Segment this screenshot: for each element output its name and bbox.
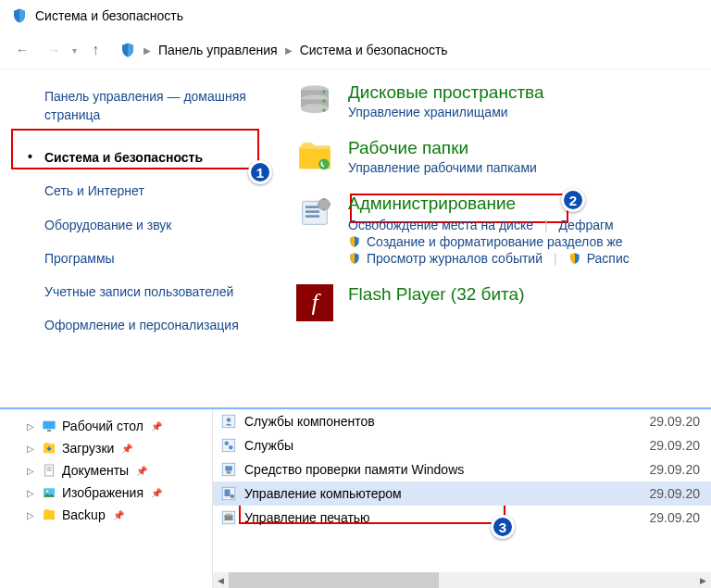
- pin-icon: 📌: [121, 444, 132, 454]
- expand-icon[interactable]: ▷: [27, 488, 34, 498]
- up-button[interactable]: ↑: [82, 37, 108, 63]
- file-row[interactable]: Службы 29.09.20: [213, 433, 711, 457]
- shortcut-icon: [220, 485, 237, 502]
- expand-icon[interactable]: ▷: [27, 444, 34, 454]
- svg-point-13: [318, 198, 330, 210]
- group-title[interactable]: Рабочие папки: [348, 138, 711, 158]
- breadcrumb: ▶ Панель управления ▶ Система и безопасн…: [114, 42, 448, 58]
- documents-icon: [42, 463, 56, 478]
- annotation-badge-3: 3: [491, 515, 515, 539]
- tree-item-backup[interactable]: ▷ Backup📌: [42, 504, 212, 526]
- horizontal-scrollbar[interactable]: ◀ ▶: [213, 572, 711, 588]
- expand-icon[interactable]: ▷: [27, 510, 34, 520]
- breadcrumb-item[interactable]: Панель управления: [158, 43, 278, 57]
- svg-rect-34: [226, 514, 231, 516]
- admin-tools-icon: [296, 194, 333, 231]
- group-flash-player: f Flash Player (32 бита): [296, 284, 711, 321]
- scroll-left-button[interactable]: ◀: [213, 572, 229, 588]
- window-title: Система и безопасность: [35, 8, 183, 23]
- scroll-track[interactable]: [229, 572, 695, 588]
- category-sidebar: Панель управления — домашняя страница Си…: [0, 69, 278, 407]
- svg-rect-30: [225, 490, 231, 497]
- svg-point-5: [322, 90, 325, 93]
- back-button[interactable]: ←: [9, 37, 35, 63]
- category-list: Система и безопасность Сеть и Интернет О…: [0, 141, 278, 342]
- admin-link-schedule[interactable]: Распис: [587, 251, 630, 266]
- tree-item-documents[interactable]: ▷ Документы📌: [42, 459, 212, 482]
- svg-point-8: [318, 159, 330, 170]
- sidebar-item-system-security[interactable]: Система и безопасность: [0, 141, 278, 174]
- file-date: 29.09.20: [650, 510, 705, 525]
- tree-label: Backup: [62, 507, 106, 522]
- group-sublink[interactable]: Управление рабочими папками: [348, 160, 711, 175]
- group-sublink[interactable]: Управление хранилищами: [348, 105, 711, 119]
- tree-item-downloads[interactable]: ▷ Загрузки📌: [42, 437, 212, 459]
- scroll-right-button[interactable]: ▶: [695, 572, 711, 588]
- svg-rect-15: [47, 430, 51, 432]
- file-row[interactable]: Управление печатью 29.09.20: [213, 506, 711, 530]
- svg-rect-17: [46, 468, 51, 469]
- file-row[interactable]: Средство проверки памяти Windows 29.09.2…: [213, 457, 711, 482]
- scroll-thumb[interactable]: [229, 572, 439, 588]
- svg-rect-14: [43, 421, 55, 430]
- downloads-icon: [42, 441, 56, 456]
- file-name: Управление печатью: [244, 510, 642, 525]
- content-area: 1 2 Панель управления — домашняя страниц…: [0, 69, 711, 407]
- pin-icon: 📌: [136, 466, 147, 476]
- expand-icon[interactable]: ▷: [27, 466, 34, 476]
- admin-link-disk-cleanup[interactable]: Освобождение места на диске: [348, 218, 533, 232]
- file-row-computer-management[interactable]: Управление компьютером 29.09.20: [213, 482, 711, 506]
- shortcut-icon: [220, 413, 237, 430]
- admin-link-events[interactable]: Просмотр журналов событий: [367, 251, 543, 266]
- tree-item-pictures[interactable]: ▷ Изображения📌: [42, 482, 212, 504]
- group-title[interactable]: Дисковые пространства: [348, 82, 711, 103]
- svg-rect-12: [306, 215, 319, 218]
- expand-icon[interactable]: ▷: [27, 421, 34, 432]
- tree-label: Изображения: [62, 485, 143, 500]
- admin-link-partitions[interactable]: Создание и форматирование разделов же: [367, 234, 623, 249]
- svg-point-25: [229, 445, 233, 450]
- file-date: 29.09.20: [650, 414, 705, 429]
- separator: |: [539, 218, 554, 232]
- folder-tree: ▷ Рабочий стол📌 ▷ Загрузки📌 ▷ Документы📌…: [0, 409, 213, 588]
- file-row[interactable]: Службы компонентов 29.09.20: [213, 409, 711, 433]
- forward-button[interactable]: →: [41, 37, 67, 63]
- sidebar-item-appearance[interactable]: Оформление и персонализация: [0, 308, 278, 342]
- breadcrumb-item[interactable]: Система и безопасность: [300, 43, 448, 57]
- svg-rect-18: [46, 469, 51, 470]
- svg-point-20: [46, 490, 49, 493]
- tree-item-desktop[interactable]: ▷ Рабочий стол📌: [42, 415, 212, 437]
- control-panel-home-link[interactable]: Панель управления — домашняя страница: [0, 88, 278, 141]
- sidebar-item-programs[interactable]: Программы: [0, 242, 278, 275]
- sidebar-item-accounts[interactable]: Учетные записи пользователей: [0, 275, 278, 308]
- chevron-right-icon: ▶: [140, 45, 155, 56]
- history-dropdown[interactable]: ▾: [72, 45, 77, 56]
- file-list: Службы компонентов 29.09.20 Службы 29.09…: [213, 409, 711, 588]
- shield-icon: [348, 252, 361, 265]
- tree-label: Рабочий стол: [62, 419, 143, 433]
- file-date: 29.09.20: [650, 462, 705, 477]
- admin-link-defrag[interactable]: Дефрагм: [559, 218, 614, 232]
- svg-rect-11: [306, 210, 319, 213]
- file-name: Средство проверки памяти Windows: [244, 462, 642, 477]
- folder-icon: [296, 138, 333, 175]
- group-work-folders: Рабочие папки Управление рабочими папкам…: [296, 138, 711, 175]
- shortcut-icon: [220, 509, 237, 526]
- shield-icon: [348, 235, 361, 248]
- tree-label: Документы: [62, 463, 129, 478]
- sidebar-item-hardware[interactable]: Оборудование и звук: [0, 208, 278, 242]
- shield-icon: [11, 7, 28, 24]
- groups-pane: Дисковые пространства Управление хранили…: [278, 69, 711, 407]
- sidebar-item-network[interactable]: Сеть и Интернет: [0, 174, 278, 207]
- file-date: 29.09.20: [650, 438, 705, 453]
- svg-rect-23: [222, 439, 235, 452]
- explorer-lower: 3 ▷ Рабочий стол📌 ▷ Загрузки📌 ▷ Документ…: [0, 407, 711, 588]
- svg-rect-33: [225, 515, 233, 520]
- file-name: Службы: [244, 438, 642, 453]
- shield-icon: [119, 42, 136, 58]
- svg-point-24: [225, 442, 230, 446]
- file-date: 29.09.20: [650, 486, 705, 501]
- group-title[interactable]: Администрирование: [348, 194, 711, 214]
- group-title[interactable]: Flash Player (32 бита): [348, 284, 711, 305]
- window: Система и безопасность ← → ▾ ↑ ▶ Панель …: [0, 0, 711, 588]
